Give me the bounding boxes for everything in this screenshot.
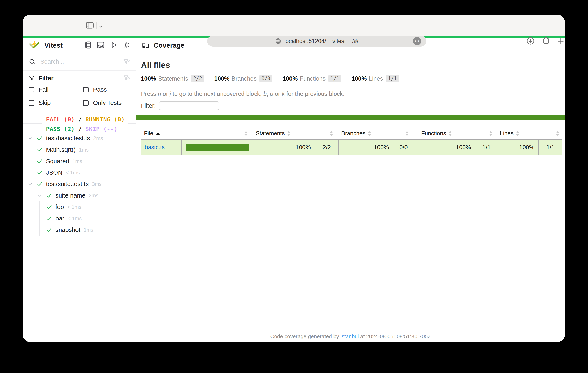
dashboard-button[interactable] [97,41,105,50]
coverage-chart-cell [182,140,253,155]
filter-pass-option[interactable]: Pass [83,86,130,93]
test-duration: 2ms [89,193,98,198]
keyboard-shortcut-hint: Press n or j to go to the next uncovered… [141,91,565,97]
test-case-row[interactable]: JSON < 1ms [23,167,136,178]
sidebar-toggle-button[interactable] [85,21,94,30]
vitest-logo-icon [29,40,40,51]
chevron-expander-icon[interactable] [28,136,32,141]
test-case-row[interactable]: bar < 1ms [23,213,136,224]
chart-column-sorter[interactable] [182,127,253,140]
main-panel: Coverage All files 100% Statements 2/2 1… [136,38,565,342]
clear-filters-icon[interactable] [123,75,130,82]
plus-icon [557,37,565,45]
test-case-row[interactable]: foo < 1ms [23,201,136,213]
functions-column-header[interactable]: Functions [414,127,475,140]
lines-raw-cell: 1/1 [539,140,562,155]
test-duration: 3ms [92,181,102,187]
clear-search-filter-icon[interactable] [123,58,130,65]
functions-raw-sorter[interactable] [475,127,498,140]
coverage-filter-row: Filter: [141,102,565,110]
tree-view-icon [84,41,92,50]
coverage-metrics: 100% Statements 2/2 100% Branches 0/0 10… [141,75,565,83]
filter-title-row: Filter [29,75,130,82]
coverage-footer: Code coverage generated by istanbul at 2… [136,333,565,340]
file-link[interactable]: basic.ts [145,144,165,151]
page-settings-button[interactable]: ••• [413,37,421,45]
test-label: test/basic.test.ts [46,135,90,142]
filter-skip-option[interactable]: Skip [29,99,83,106]
test-case-row[interactable]: snapshot 1ms [23,224,136,236]
check-pass-icon [37,135,43,141]
checkbox-icon[interactable] [83,100,89,106]
statements-column-header[interactable]: Statements [253,127,315,140]
test-duration: 1ms [73,158,82,164]
test-label: foo [55,204,64,210]
sorter-icon [449,131,452,136]
check-pass-icon [46,227,52,233]
branches-column-header[interactable]: Branches [338,127,393,140]
istanbul-link[interactable]: istanbul [340,333,359,340]
downloads-button[interactable] [526,37,535,45]
tree-view-button[interactable] [84,41,92,50]
test-case-row[interactable]: Squared 1ms [23,155,136,167]
filter-only-tests-option[interactable]: Only Tests [83,99,130,106]
file-column-header[interactable]: File [141,127,182,140]
branches-raw-sorter[interactable] [393,127,414,140]
lines-column-header[interactable]: Lines [498,127,539,140]
statements-raw-sorter[interactable] [315,127,338,140]
coverage-filter-input[interactable] [159,102,219,110]
sidebar-menu-chevron[interactable] [98,24,104,30]
tree-guideline [39,201,40,236]
sidebar-header: Vitest [23,38,136,53]
branches-raw-cell: 0/0 [393,140,414,155]
lines-raw-sorter[interactable] [539,127,562,140]
theme-toggle-button[interactable] [123,41,131,50]
coverage-table-row: basic.ts 100% 2/2 100% 0/0 100% 1/1 100%… [141,140,562,155]
checkbox-icon[interactable] [29,100,34,106]
chevron-expander-icon[interactable] [28,182,32,186]
test-label: suite name [55,192,85,199]
test-case-row[interactable]: Math.sqrt() 1ms [23,144,136,155]
functions-raw-cell: 1/1 [475,140,498,155]
coverage-report-icon [142,41,149,49]
coverage-table: File Statements Branches Functions Lines [141,127,562,155]
checkbox-label: Skip [39,99,51,106]
page-title: Coverage [154,41,184,49]
all-files-heading: All files [141,61,565,70]
sidebar-toggle-icon [85,21,94,30]
branches-metric: 100% Branches 0/0 [214,75,272,83]
statements-raw-cell: 2/2 [315,140,338,155]
sorter-icon [244,131,248,136]
sort-asc-icon [156,132,160,135]
sidebar-actions [84,41,131,50]
test-file-row[interactable]: test/suite.test.ts 3ms [23,178,136,190]
test-suite-row[interactable]: suite name 2ms [23,190,136,201]
test-duration: < 1ms [67,204,81,210]
tree-guideline [30,190,30,236]
address-bar[interactable]: localhost:51204/__vitest__/#/ ••• [207,36,426,47]
checkbox-icon[interactable] [29,87,34,93]
new-tab-button[interactable] [557,37,565,45]
test-duration: 2ms [93,135,103,141]
share-button[interactable] [542,36,551,45]
funnel-icon [29,75,35,81]
checkbox-label: Pass [93,86,107,93]
test-duration: 1ms [84,227,93,233]
page-content: Vitest [23,38,565,342]
share-icon [542,36,551,45]
run-all-button[interactable] [110,41,118,50]
coverage-report-frame: All files 100% Statements 2/2 100% Branc… [136,53,565,342]
test-tree: test/basic.test.ts 2ms Math.sqrt() 1ms [23,124,136,236]
test-label: Squared [46,158,69,165]
chevron-expander-icon[interactable] [37,193,42,198]
toolbar-divider [96,22,97,30]
check-pass-icon [37,158,43,164]
search-input[interactable] [40,58,123,65]
desktop-background: localhost:51204/__vitest__/#/ ••• [0,0,588,373]
filter-fail-option[interactable]: Fail [29,86,83,93]
checkbox-icon[interactable] [83,87,89,93]
lines-pct-cell: 100% [498,140,539,155]
summary-line-2: PASS (2) / SKIP (--) [46,124,125,134]
statements-pct-cell: 100% [253,140,315,155]
test-label: bar [55,215,64,222]
